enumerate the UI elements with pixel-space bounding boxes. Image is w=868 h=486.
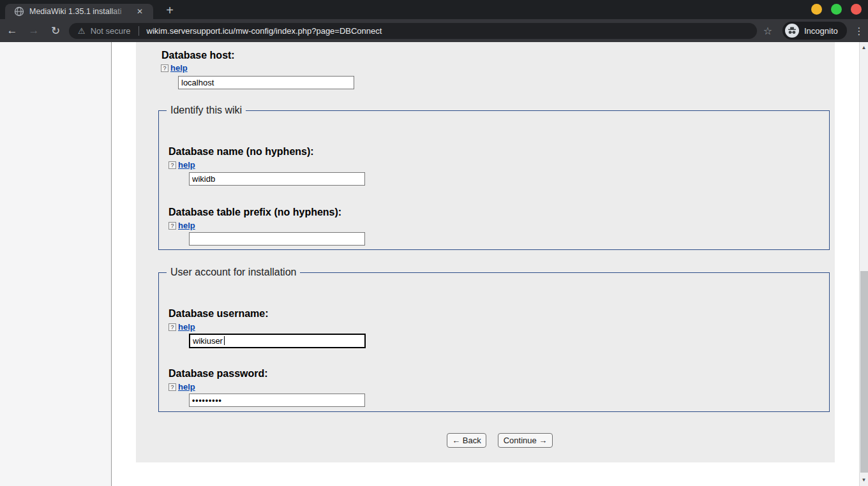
identify-wiki-legend: Identify this wiki <box>167 105 246 116</box>
globe-favicon-icon <box>14 6 24 17</box>
database-host-label: Database host: <box>161 50 235 61</box>
close-window-button[interactable] <box>851 4 862 15</box>
url-text[interactable]: wikim.serversupport.icu/mw-config/index.… <box>147 26 382 36</box>
table-prefix-help: ? help <box>168 221 195 230</box>
database-name-help-link[interactable]: help <box>178 160 195 170</box>
database-password-label: Database password: <box>168 368 268 379</box>
help-question-icon[interactable]: ? <box>168 383 176 391</box>
page-viewport: Database host: ? help Identify this wiki… <box>0 42 868 486</box>
scroll-up-icon[interactable]: ▲ <box>860 43 868 52</box>
identify-wiki-fieldset: Identify this wiki Database name (no hyp… <box>158 105 830 250</box>
url-separator <box>138 26 139 36</box>
database-username-help-link[interactable]: help <box>178 322 195 332</box>
text-caret <box>224 336 225 345</box>
back-button[interactable]: ← Back <box>447 433 486 448</box>
table-prefix-help-link[interactable]: help <box>178 221 195 230</box>
help-question-icon[interactable]: ? <box>168 161 176 169</box>
not-secure-label: Not secure <box>91 26 131 36</box>
installer-sidebar <box>0 42 112 486</box>
not-secure-warning-icon[interactable]: ⚠ <box>78 26 86 36</box>
table-prefix-label: Database table prefix (no hyphens): <box>168 207 341 218</box>
window-controls <box>811 4 862 15</box>
database-name-input[interactable] <box>189 172 365 186</box>
database-name-label: Database name (no hyphens): <box>168 146 314 158</box>
help-question-icon[interactable]: ? <box>168 323 176 331</box>
database-host-input[interactable] <box>178 76 354 89</box>
minimize-button[interactable] <box>811 4 822 15</box>
table-prefix-input[interactable] <box>189 232 365 246</box>
new-tab-button[interactable]: + <box>161 1 179 19</box>
installer-content-panel: Database host: ? help Identify this wiki… <box>136 42 835 462</box>
close-tab-icon[interactable]: ✕ <box>137 7 143 16</box>
page-scrollbar[interactable]: ▲ ▼ <box>859 42 868 486</box>
scrollbar-thumb[interactable] <box>860 271 868 473</box>
incognito-badge: Incognito <box>782 22 847 40</box>
incognito-icon <box>785 24 799 38</box>
browser-tab[interactable]: MediaWiki 1.35.1 installati ✕ <box>5 4 153 19</box>
reload-icon[interactable]: ↻ <box>46 21 65 40</box>
database-username-label: Database username: <box>168 308 269 320</box>
database-password-help: ? help <box>168 382 195 392</box>
tab-strip: MediaWiki 1.35.1 installati ✕ + <box>0 0 868 19</box>
maximize-button[interactable] <box>831 4 842 15</box>
tab-title: MediaWiki 1.35.1 installati <box>29 7 131 16</box>
database-host-help: ? help <box>161 63 188 73</box>
help-question-icon[interactable]: ? <box>168 222 176 230</box>
continue-button[interactable]: Continue → <box>498 433 553 448</box>
back-icon[interactable]: ← <box>3 21 22 40</box>
help-question-icon[interactable]: ? <box>161 64 168 72</box>
user-account-fieldset: User account for installation Database u… <box>158 267 830 412</box>
database-host-help-link[interactable]: help <box>170 63 188 73</box>
database-password-help-link[interactable]: help <box>178 382 195 392</box>
scroll-down-icon[interactable]: ▼ <box>860 476 868 485</box>
forward-icon: → <box>24 21 43 40</box>
database-name-help: ? help <box>168 160 195 170</box>
incognito-label: Incognito <box>804 26 838 36</box>
tab-title-fade <box>110 7 131 16</box>
user-account-legend: User account for installation <box>167 267 300 278</box>
address-bar[interactable]: ⚠ Not secure wikim.serversupport.icu/mw-… <box>69 23 757 39</box>
database-username-help: ? help <box>168 322 195 332</box>
browser-menu-icon[interactable]: ⋮ <box>853 23 865 39</box>
browser-toolbar: ← → ↻ ⚠ Not secure wikim.serversupport.i… <box>0 19 868 42</box>
bookmark-star-icon[interactable]: ☆ <box>760 23 776 39</box>
database-password-input[interactable] <box>189 394 365 407</box>
database-username-input[interactable] <box>189 334 366 348</box>
